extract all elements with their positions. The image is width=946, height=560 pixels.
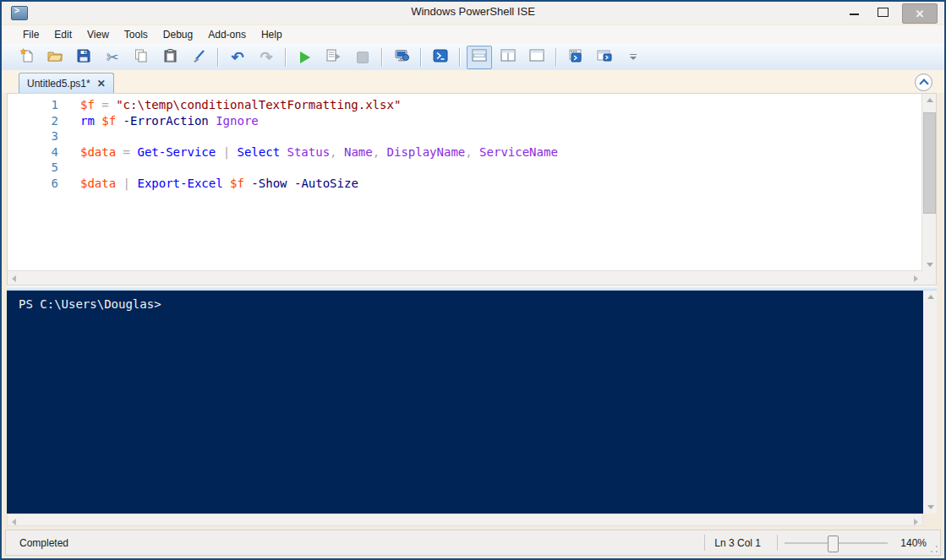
redo-button[interactable]: ↷ [254,46,279,69]
toolbar-separator [285,48,287,67]
menu-item-help[interactable]: Help [254,27,290,42]
editor-horizontal-scrollbar[interactable] [8,270,922,285]
toolbar-overflow-icon [630,54,637,61]
code-text [80,160,87,176]
powershell-window-button[interactable] [592,46,617,69]
copy-icon [134,49,148,66]
menu-item-debug[interactable]: Debug [156,27,200,42]
console-pane[interactable]: PS C:\Users\Douglas> [7,291,937,514]
menu-item-tools[interactable]: Tools [117,27,156,42]
show-script-pane-top-button[interactable] [467,46,492,69]
line-number: 2 [8,113,58,129]
code-line[interactable]: 3 [8,128,922,144]
console-prompt: PS C:\Users\Douglas> [7,291,923,311]
scroll-down-arrow-icon[interactable] [927,505,934,509]
cut-button[interactable]: ✂ [100,46,125,69]
status-state: Completed [19,537,68,549]
menu-item-add-ons[interactable]: Add-ons [200,27,254,42]
close-button[interactable]: ✕ [902,3,938,24]
window-title: Windows PowerShell ISE [2,5,944,18]
code-text: rm $f -ErrorAction Ignore [80,113,259,129]
save-script-button[interactable] [71,46,96,69]
script-pane-right-layout-icon [500,49,516,65]
clear-console-button[interactable] [186,46,211,69]
minimize-button[interactable] [841,2,867,22]
code-line[interactable]: 4$data = Get-Service | Select Status, Na… [8,144,922,160]
cursor-position: Ln 3 Col 1 [714,537,761,549]
new-remote-powershell-tab-button[interactable] [389,46,414,69]
editor-scrollbar-thumb[interactable] [923,112,936,214]
menu-item-edit[interactable]: Edit [46,27,79,42]
clear-console-icon [192,49,206,66]
script-editor-pane[interactable]: 1$f = "c:\temp\conditionalTextFormatting… [7,93,937,285]
line-number: 5 [8,160,58,176]
status-bar: Completed Ln 3 Col 1 140% [5,530,941,556]
scroll-up-arrow-icon[interactable] [927,98,933,102]
code-text [80,128,87,144]
run-script-button[interactable] [293,46,318,69]
copy-button[interactable] [129,46,154,69]
run-script-play-icon [300,52,310,63]
script-pane-maximized-layout-icon [529,49,544,65]
scroll-down-arrow-icon[interactable] [927,263,933,267]
title-bar: Windows PowerShell ISE ✕ [2,2,944,24]
toolbar-separator [381,48,383,67]
scroll-up-arrow-icon[interactable] [927,295,934,299]
toolbar: ✂ ↶ ↷ [2,44,944,71]
line-number: 6 [8,176,58,192]
new-powershell-tab-icon [568,49,583,66]
code-area[interactable]: 1$f = "c:\temp\conditionalTextFormatting… [8,94,922,271]
editor-vertical-scrollbar[interactable] [921,94,936,271]
start-powershell-button[interactable] [428,46,453,69]
console-vertical-scrollbar[interactable] [923,291,937,514]
scroll-right-arrow-icon[interactable] [914,519,918,525]
resize-grip[interactable] [930,545,938,553]
new-script-button[interactable] [14,46,39,69]
menu-item-view[interactable]: View [79,27,117,42]
undo-arrow-icon: ↶ [231,50,243,65]
line-number: 1 [8,97,58,113]
console-output[interactable]: PS C:\Users\Douglas> [7,291,923,514]
code-line[interactable]: 1$f = "c:\temp\conditionalTextFormatting… [8,97,922,113]
code-line[interactable]: 6$data | Export-Excel $f -Show -AutoSize [8,176,922,192]
scrollbar-corner [922,271,936,285]
tab-untitled5[interactable]: Untitled5.ps1* ✕ [19,73,114,93]
status-separator [704,535,705,551]
menu-item-file[interactable]: File [15,27,46,42]
zoom-slider[interactable] [785,542,888,544]
show-script-pane-right-button[interactable] [495,46,521,69]
toolbar-separator [459,48,461,67]
stop-operation-button[interactable] [350,46,375,69]
new-powershell-tab-button[interactable] [563,46,588,69]
code-line[interactable]: 5 [8,160,922,176]
start-powershell-icon [433,49,448,66]
script-pane-collapse-button[interactable] [915,73,932,91]
paste-button[interactable] [157,46,183,69]
maximize-icon [878,8,889,17]
zoom-level: 140% [900,537,927,549]
code-text: $data = Get-Service | Select Status, Nam… [80,144,558,160]
scroll-left-arrow-icon[interactable] [12,519,16,525]
minimize-icon [850,14,859,15]
powershell-ise-window: Windows PowerShell ISE ✕ FileEditViewToo… [0,0,946,560]
console-horizontal-scrollbar[interactable] [7,514,923,526]
zoom-slider-thumb[interactable] [828,536,839,552]
code-line[interactable]: 2rm $f -ErrorAction Ignore [8,113,922,129]
paste-clipboard-icon [164,49,177,66]
undo-button[interactable]: ↶ [225,46,250,69]
scroll-left-arrow-icon[interactable] [12,275,16,282]
stop-operation-icon [357,52,369,63]
open-script-button[interactable] [42,46,68,69]
maximize-button[interactable] [870,2,895,22]
show-script-pane-maximized-button[interactable] [524,46,550,69]
script-pane-top-layout-icon [472,49,487,65]
code-text: $f = "c:\temp\conditionalTextFormatting.… [80,97,401,113]
tab-close-icon[interactable]: ✕ [97,78,106,90]
tab-strip: Untitled5.ps1* ✕ [2,70,944,93]
open-folder-icon [47,49,63,66]
scroll-right-arrow-icon[interactable] [914,275,918,282]
toolbar-overflow-button[interactable] [621,46,646,69]
tab-label: Untitled5.ps1* [27,78,90,90]
run-selection-button[interactable] [321,46,347,69]
save-icon [77,49,90,66]
